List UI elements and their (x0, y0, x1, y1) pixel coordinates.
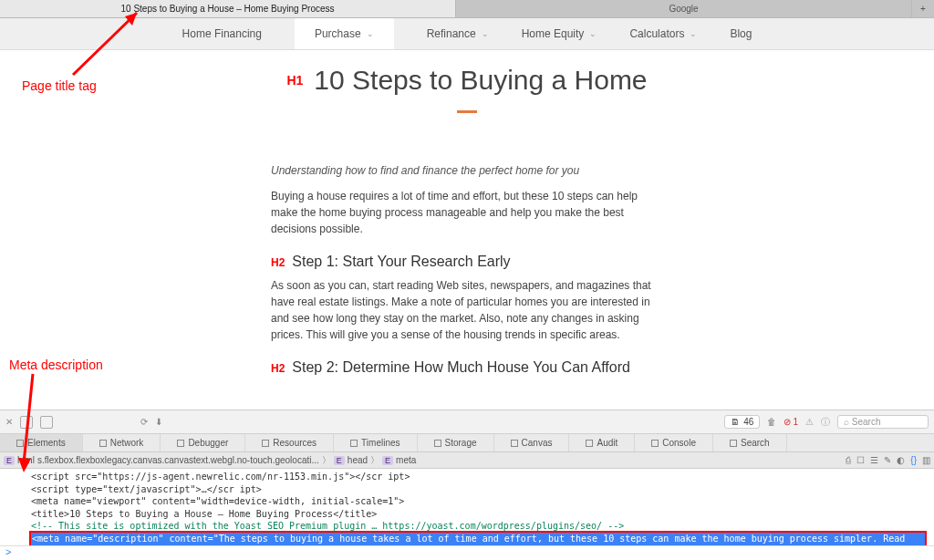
tab-debugger[interactable]: Debugger (161, 434, 245, 451)
canvas-icon (511, 440, 518, 447)
nav-purchase[interactable]: Purchase⌄ (295, 18, 394, 49)
breadcrumb: Ehtml s.flexbox.flexboxlegacy.canvas.can… (0, 452, 934, 469)
code-line-highlighted: <meta name="description" content="The st… (31, 533, 925, 546)
console-prompt[interactable]: > (0, 545, 934, 560)
code-line: <meta name="viewport" content="width=dev… (31, 495, 934, 508)
step1-heading: Step 1: Start Your Research Early (292, 254, 510, 270)
source-code[interactable]: <script src="https://js-agent.newrelic.c… (0, 469, 934, 545)
nav-home-equity[interactable]: Home Equity⌄ (522, 27, 597, 40)
devtools-toolbar: ✕ ⟳ ⬇ 🗎46 🗑 ⊘1 ⚠ ⓘ ⌕ Search (0, 410, 934, 434)
tab-resources[interactable]: Resources (245, 434, 334, 451)
intro-paragraph: Buying a house requires a lot of time an… (271, 188, 663, 237)
search-icon (730, 440, 737, 447)
close-icon[interactable]: ✕ (5, 417, 13, 427)
search-icon: ⌕ (844, 417, 849, 427)
code-line: <!-- This site is optimized with the Yoa… (31, 520, 934, 533)
h2-badge: H2 (271, 362, 285, 375)
code-line: <script type="text/javascript">…</scr ip… (31, 483, 934, 496)
timelines-icon (350, 440, 358, 447)
print-icon[interactable]: ⎙ (846, 455, 851, 465)
storage-icon (434, 440, 441, 447)
tab-storage[interactable]: Storage (418, 434, 494, 451)
nav-refinance[interactable]: Refinance⌄ (427, 27, 489, 40)
devtools-search[interactable]: ⌕ Search (837, 415, 929, 429)
console-icon (651, 440, 659, 447)
crumb-html[interactable]: E (4, 456, 15, 465)
h1-badge: H1 (286, 73, 303, 88)
svg-marker-3 (18, 458, 31, 472)
chevron-down-icon: ⌄ (482, 29, 489, 38)
devtools-panel: ✕ ⟳ ⬇ 🗎46 🗑 ⊘1 ⚠ ⓘ ⌕ Search Elements Net… (0, 410, 934, 560)
tab-canvas[interactable]: Canvas (494, 434, 570, 451)
reload-icon[interactable]: ⟳ (140, 417, 148, 427)
debugger-icon (177, 440, 184, 447)
annotation-title-tag: Page title tag (22, 78, 97, 93)
brush-icon[interactable]: ✎ (884, 455, 891, 465)
info-icon[interactable]: ⓘ (821, 416, 830, 429)
browser-tab-inactive[interactable]: Google (456, 0, 912, 17)
toggle-icon[interactable]: ◐ (897, 455, 905, 465)
page-content: H1 10 Steps to Buying a Home Understandi… (0, 50, 934, 376)
warn-icon[interactable]: ⚠ (805, 417, 814, 427)
arrow-icon (16, 370, 53, 476)
download-icon[interactable]: ⬇ (155, 417, 162, 427)
panel-icon[interactable]: ▥ (922, 455, 930, 465)
new-tab-button[interactable]: + (912, 0, 934, 17)
tab-timelines[interactable]: Timelines (334, 434, 417, 451)
arrow-icon (62, 5, 153, 78)
nav-home-financing[interactable]: Home Financing (182, 27, 262, 40)
step2-heading: Step 2: Determine How Much House You Can… (292, 359, 630, 376)
crumb-meta[interactable]: E (382, 456, 393, 465)
page-title: 10 Steps to Buying a Home (314, 65, 647, 96)
audit-icon (586, 440, 593, 447)
braces-icon[interactable]: {} (910, 455, 917, 465)
filter-icon[interactable]: ☰ (870, 455, 878, 465)
tab-network[interactable]: Network (83, 434, 161, 451)
tab-title: Google (669, 4, 698, 14)
chevron-down-icon: ⌄ (589, 29, 597, 38)
nav-blog[interactable]: Blog (730, 27, 752, 40)
network-icon (99, 440, 107, 447)
svg-line-0 (73, 13, 137, 75)
devtools-tabs: Elements Network Debugger Resources Time… (0, 434, 934, 452)
intro-subtitle: Understanding how to find and finance th… (271, 164, 663, 177)
file-icon: 🗎 (731, 417, 740, 427)
title-divider (457, 110, 477, 113)
chevron-down-icon: ⌄ (690, 29, 697, 38)
resources-icon (262, 440, 269, 447)
annotation-meta-desc: Meta description (9, 358, 103, 372)
error-icon: ⊘ (784, 417, 791, 427)
tab-audit[interactable]: Audit (569, 434, 635, 451)
error-count[interactable]: ⊘1 (784, 417, 798, 427)
svg-line-2 (24, 374, 33, 463)
h2-badge: H2 (271, 256, 285, 269)
plus-icon: + (920, 4, 926, 14)
crumb-classes: s.flexbox.flexboxlegacy.canvas.canvastex… (37, 455, 319, 465)
copy-icon[interactable]: ☐ (856, 455, 865, 465)
url-box[interactable]: 🗎46 (724, 415, 760, 429)
step1-paragraph: As soon as you can, start reading Web si… (271, 277, 663, 343)
nav-calculators[interactable]: Calculators⌄ (629, 27, 697, 40)
code-line: <title>10 Steps to Buying a House – Home… (31, 508, 934, 521)
code-line: <script src="https://js-agent.newrelic.c… (31, 471, 934, 483)
trash-icon[interactable]: 🗑 (767, 417, 776, 427)
chevron-down-icon: ⌄ (367, 29, 374, 38)
tab-search[interactable]: Search (713, 434, 787, 451)
crumb-head[interactable]: E (334, 456, 345, 465)
tab-console[interactable]: Console (635, 434, 713, 451)
